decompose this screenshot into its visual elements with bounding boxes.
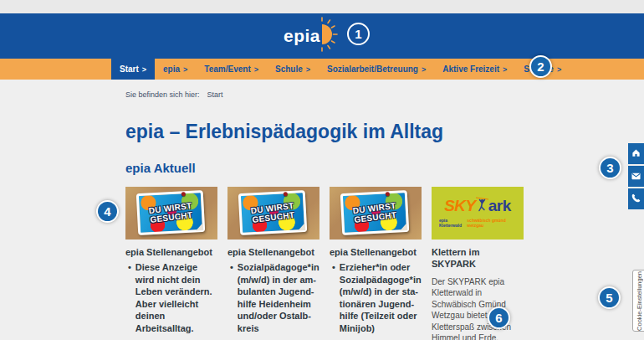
chevron-right-icon: > [142,65,146,74]
epia-logo-text: epia [284,26,320,46]
annotation-marker-2: 2 [529,55,552,78]
chevron-right-icon: > [503,65,507,74]
phone-button[interactable] [628,188,644,209]
nav-item-aktive-freizeit[interactable]: Aktive Freizeit> [434,59,515,80]
phone-icon [631,193,641,205]
pinned-note: DU WIRST GESUCHT [136,190,206,235]
epia-logo[interactable]: epia [284,17,344,55]
breadcrumb-label: Sie befinden sich hier: [125,90,200,99]
quick-contact-rail [628,143,644,209]
card-bullet: • Sozialpädagoge*in (m/w/d) in der am­bu… [227,261,319,334]
teaser-cards: DU WIRST GESUCHT epia Stellenangebot • D… [125,187,644,340]
home-button[interactable] [628,143,644,164]
annotation-marker-1: 1 [347,23,370,45]
section-title: epia Aktuell [125,161,644,175]
skypark-logo: SKY [436,195,519,217]
chevron-right-icon: > [422,65,426,74]
card-title: epia Stellenangebot [227,246,319,258]
annotation-marker-3: 3 [599,157,621,179]
browser-top-strip [0,0,644,13]
du-wirst-gesucht-image[interactable]: DU WIRST GESUCHT [227,187,319,240]
page-title: epia – Erlebnispädagogik im Alltag [125,121,644,143]
breadcrumb-current[interactable]: Start [207,90,223,99]
du-wirst-gesucht-image[interactable]: DU WIRST GESUCHT [125,187,217,240]
mail-icon [631,170,641,183]
nav-item-start[interactable]: Start> [111,50,155,80]
card-stellenangebot-1: DU WIRST GESUCHT epia Stellenangebot • D… [125,187,217,340]
skypark-sub-left: epia Kletterwald [439,218,467,228]
home-icon [631,147,641,160]
site-header: epia [0,13,644,59]
chevron-right-icon: > [183,65,187,74]
chevron-right-icon: > [306,65,310,74]
card-body: Der SKYPARK epia Kletter­wald in Schwäbi… [432,276,524,340]
skypark-logo-image[interactable]: SKY [432,187,524,240]
breadcrumb: Sie befinden sich hier: Start [125,90,644,99]
climber-icon [476,195,488,217]
card-title: epia Stellenangebot [125,246,217,258]
chevron-right-icon: > [557,65,561,74]
card-stellenangebot-3: DU WIRST GESUCHT epia Stellenangebot • E… [330,187,422,340]
cookie-settings-label: Cookie-Einstellungen [636,271,643,331]
chevron-right-icon: > [254,65,258,74]
annotation-marker-6: 6 [488,307,510,329]
nav-item-team-event[interactable]: Team/Event> [196,59,267,80]
skypark-sub-right: schwäbisch gmünd wetzgau [467,218,516,228]
nav-item-sozialarbeit[interactable]: Sozialarbeit/Betreuung> [319,59,434,80]
card-title: epia Stellenangebot [330,246,422,258]
card-bullet: • Diese Anzeige wird nicht dein Leben ve… [125,261,217,334]
card-title: Klettern im SKYPARK [432,246,524,270]
nav-item-schule[interactable]: Schule> [267,59,319,80]
pinned-note: DU WIRST GESUCHT [238,190,308,235]
card-bullet: • Erzieher*in oder Sozialpädagoge*in (m/… [330,261,422,334]
annotation-marker-4: 4 [96,200,119,223]
pinned-note: DU WIRST GESUCHT [340,190,410,235]
du-wirst-gesucht-image[interactable]: DU WIRST GESUCHT [330,187,422,240]
annotation-marker-5: 5 [598,286,621,309]
mail-button[interactable] [628,166,644,187]
cookie-settings-tab[interactable]: Cookie-Einstellungen [632,270,644,332]
card-stellenangebot-2: DU WIRST GESUCHT epia Stellenangebot • S… [227,187,319,340]
nav-item-epia[interactable]: epia> [155,59,196,80]
